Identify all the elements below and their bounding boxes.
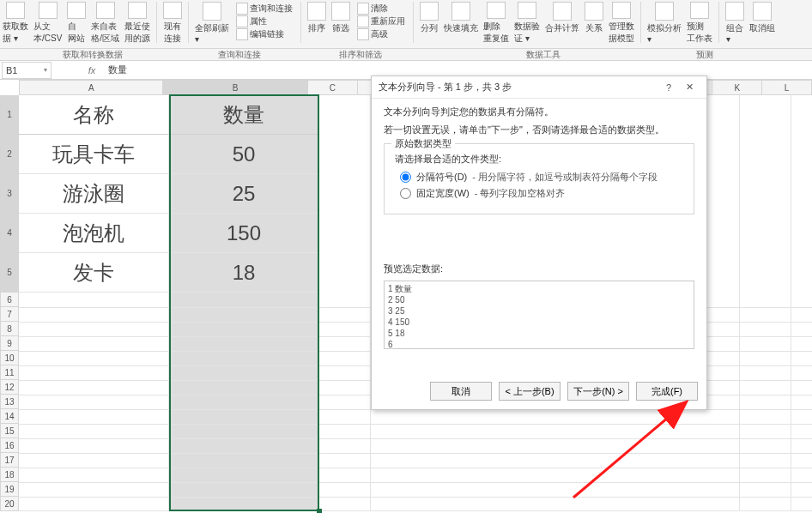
cell-a5[interactable]: 发卡 — [19, 253, 169, 293]
ribbon-filter[interactable]: 筛选 — [329, 2, 353, 45]
flashfill-icon — [451, 2, 470, 21]
cell-b3[interactable]: 25 — [169, 174, 319, 214]
ribbon-data-valid[interactable]: 数据验证 ▾ — [512, 2, 542, 45]
ribbon-queries[interactable]: 查询和连接 — [233, 2, 295, 15]
chevron-down-icon: ▾ — [44, 66, 47, 74]
cell-a2[interactable]: 玩具卡车 — [19, 135, 169, 174]
ribbon-group[interactable]: 组合▾ — [723, 2, 747, 45]
ribbon-flashfill[interactable]: 快速填充 — [441, 2, 481, 45]
ribbon-from-table[interactable]: 来自表格/区域 — [88, 2, 122, 45]
row-header-3[interactable]: 3 — [0, 174, 19, 214]
gridline — [19, 438, 812, 439]
name-box[interactable]: B1 ▾ — [2, 62, 52, 79]
row-header-1[interactable]: 1 — [0, 95, 19, 135]
ribbon-existing-conn[interactable]: 现有连接 — [161, 2, 185, 45]
row-header-12[interactable]: 12 — [0, 380, 19, 395]
ribbon-data-model[interactable]: 管理数据模型 — [606, 2, 637, 45]
ribbon-clear[interactable]: 清除 — [354, 2, 408, 15]
row-header-8[interactable]: 8 — [0, 322, 19, 336]
formula-input[interactable]: 数量 — [103, 63, 812, 76]
row-header-7[interactable]: 7 — [0, 307, 19, 322]
row-header-5[interactable]: 5 — [0, 253, 19, 293]
ribbon-refresh-all[interactable]: 全部刷新▾ — [192, 2, 232, 45]
col-header-b[interactable]: B — [163, 80, 307, 95]
ribbon-properties[interactable]: 属性 — [233, 15, 295, 27]
ribbon-consolidate[interactable]: 合并计算 — [542, 2, 582, 45]
cell-a1[interactable]: 名称 — [19, 95, 169, 135]
row-header-15[interactable]: 15 — [0, 424, 19, 438]
ribbon-from-web[interactable]: 自网站 — [64, 2, 88, 45]
cell-c-empty[interactable] — [319, 95, 371, 511]
radio-fixed-label: 固定宽度(W) — [416, 187, 470, 200]
cell-b1[interactable]: 数量 — [169, 95, 319, 135]
cell-a4[interactable]: 泡泡机 — [19, 214, 169, 253]
row-header-6[interactable]: 6 — [0, 293, 19, 307]
selection-handle[interactable] — [317, 509, 322, 513]
recent-icon — [128, 2, 147, 19]
relations-icon — [585, 2, 603, 21]
row-header-13[interactable]: 13 — [0, 395, 19, 409]
finish-button[interactable]: 完成(F) — [636, 382, 698, 401]
col-header-c[interactable]: C — [308, 80, 358, 95]
clear-icon — [357, 3, 369, 15]
cell-b2[interactable]: 50 — [169, 135, 319, 174]
ribbon-forecast[interactable]: 预测工作表 — [684, 2, 715, 45]
cell-k-empty[interactable] — [740, 95, 791, 511]
row-header-2[interactable]: 2 — [0, 135, 19, 174]
cell-b4[interactable]: 150 — [169, 214, 319, 253]
cell-b5[interactable]: 18 — [169, 253, 319, 293]
ribbon-from-text[interactable]: 从文本/CSV — [31, 2, 64, 45]
ribbon-get-data[interactable]: 获取数据 ▾ — [0, 2, 31, 45]
ribbon-sort[interactable]: 排序 — [305, 2, 329, 45]
ribbon-whatif[interactable]: 模拟分析▾ — [645, 2, 684, 45]
cancel-button[interactable]: 取消 — [430, 382, 492, 401]
radio-fixed[interactable]: 固定宽度(W) - 每列字段加空格对齐 — [400, 187, 683, 200]
row-header-11[interactable]: 11 — [0, 365, 19, 380]
row-header-19[interactable]: 19 — [0, 482, 19, 497]
row-header-10[interactable]: 10 — [0, 351, 19, 365]
ribbon-remove-dup[interactable]: 删除重复值 — [481, 2, 512, 45]
name-box-value: B1 — [6, 65, 17, 75]
row-header-4[interactable]: 4 — [0, 214, 19, 253]
ribbon-ungroup[interactable]: 取消组 — [747, 2, 778, 45]
dialog-body: 文本分列向导判定您的数据具有分隔符。 若一切设置无误，请单击"下一步"，否则请选… — [372, 99, 706, 349]
next-button[interactable]: 下一步(N) > — [567, 382, 629, 401]
row-headers: 1 2 3 4 5 6 7 8 9 10 11 12 13 14 15 16 1… — [0, 95, 19, 511]
col-header-a[interactable]: A — [19, 80, 163, 95]
ribbon-relations[interactable]: 关系 — [582, 2, 606, 45]
row-header-18[interactable]: 18 — [0, 468, 19, 482]
gridline — [19, 424, 812, 425]
row-header-9[interactable]: 9 — [0, 336, 19, 351]
gridline — [19, 497, 812, 498]
cell-a3[interactable]: 游泳圈 — [19, 174, 169, 214]
radio-fixed-input[interactable] — [400, 188, 411, 199]
frame-title: 原始数据类型 — [391, 137, 455, 150]
col-header-l[interactable]: L — [762, 80, 812, 95]
dialog-line2: 若一切设置无误，请单击"下一步"，否则请选择最合适的数据类型。 — [384, 124, 694, 136]
fx-icon[interactable]: fx — [81, 65, 103, 75]
dialog-titlebar[interactable]: 文本分列向导 - 第 1 步，共 3 步 ? ✕ — [372, 76, 706, 99]
row-header-16[interactable]: 16 — [0, 438, 19, 453]
dialog-line1: 文本分列向导判定您的数据具有分隔符。 — [384, 106, 694, 118]
radio-delimited-input[interactable] — [400, 172, 411, 183]
ribbon-advanced[interactable]: 高级 — [354, 27, 408, 40]
row-header-20[interactable]: 20 — [0, 497, 19, 511]
original-data-type-frame: 原始数据类型 请选择最合适的文件类型: 分隔符号(D) - 用分隔字符，如逗号或… — [384, 143, 694, 214]
ribbon-editlinks[interactable]: 编辑链接 — [233, 27, 295, 40]
ribbon-reapply[interactable]: 重新应用 — [354, 15, 408, 27]
cell-a-empty[interactable] — [19, 293, 169, 511]
cell-b-empty[interactable] — [169, 293, 319, 511]
properties-icon — [236, 15, 248, 27]
ribbon-text-to-columns[interactable]: 分列 — [417, 2, 441, 45]
cell-l-empty[interactable] — [791, 95, 812, 511]
close-icon[interactable]: ✕ — [679, 81, 700, 93]
gridline — [19, 482, 812, 483]
back-button[interactable]: < 上一步(B) — [499, 382, 561, 401]
group-conn: 查询和连接 — [185, 49, 293, 60]
col-header-k[interactable]: K — [712, 80, 762, 95]
help-icon[interactable]: ? — [658, 82, 679, 93]
ribbon-recent[interactable]: 最近使用的源 — [122, 2, 153, 45]
radio-delimited[interactable]: 分隔符号(D) - 用分隔字符，如逗号或制表符分隔每个字段 — [400, 171, 683, 184]
row-header-17[interactable]: 17 — [0, 453, 19, 468]
row-header-14[interactable]: 14 — [0, 409, 19, 424]
